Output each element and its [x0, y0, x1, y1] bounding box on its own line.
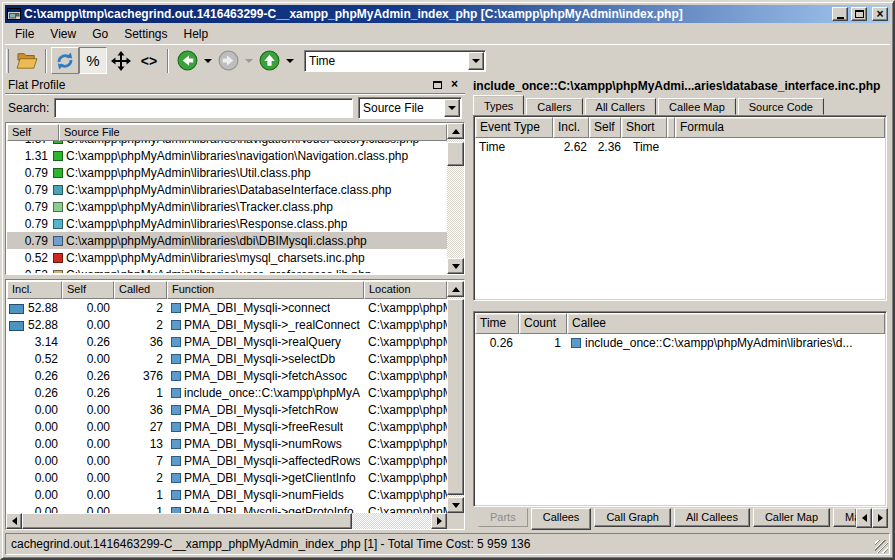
dock-close-button[interactable]: ×: [447, 78, 462, 91]
file-path: C:\xampp\phpMyAdmin\libraries\Response.c…: [66, 217, 347, 231]
function-row[interactable]: 0.000.001PMA_DBI_Mysqli->numFieldsC:\xam…: [7, 486, 447, 503]
column-header-count[interactable]: Count: [519, 313, 567, 334]
dock-layout-button[interactable]: [107, 47, 135, 74]
function-row[interactable]: 0.000.007PMA_DBI_Mysqli->affectedRowsC:\…: [7, 452, 447, 469]
open-file-button[interactable]: [13, 47, 41, 74]
file-self-cost: 1.57: [7, 141, 53, 146]
column-header-self[interactable]: Self: [589, 117, 621, 138]
column-header-short[interactable]: Short: [621, 117, 667, 138]
menu-file[interactable]: File: [7, 25, 42, 43]
tabs-scroll-left-button[interactable]: [856, 508, 872, 528]
function-row[interactable]: 0.000.002PMA_DBI_Mysqli->getClientInfoC:…: [7, 469, 447, 486]
function-self-cost: 0.00: [62, 488, 114, 502]
menu-settings[interactable]: Settings: [116, 25, 175, 43]
scroll-right-button[interactable]: [431, 513, 447, 529]
grouping-combo[interactable]: Source File: [358, 97, 462, 119]
column-header-self[interactable]: Self: [7, 124, 59, 141]
tabs-scroll-right-button[interactable]: [872, 508, 888, 528]
tab-callers[interactable]: Callers: [526, 98, 582, 115]
bottom-tab-caller-map[interactable]: Caller Map: [753, 508, 830, 527]
file-row[interactable]: 0.79C:\xampp\phpMyAdmin\libraries\Databa…: [7, 181, 447, 198]
up-dropdown-caret[interactable]: [283, 47, 296, 74]
column-header-incl[interactable]: Incl.: [7, 281, 62, 299]
column-header-function[interactable]: Function: [167, 281, 364, 299]
column-header-location[interactable]: Location: [364, 281, 447, 299]
panel-splitter[interactable]: [470, 301, 890, 311]
menu-help[interactable]: Help: [176, 25, 217, 43]
scroll-down-button[interactable]: [447, 497, 464, 513]
column-header-called[interactable]: Called: [114, 281, 167, 299]
function-row[interactable]: 52.880.002PMA_DBI_Mysqli->connectC:\xamp…: [7, 299, 447, 316]
tab-callee-map[interactable]: Callee Map: [658, 98, 736, 115]
reload-button[interactable]: [51, 47, 79, 74]
tab-all-callers[interactable]: All Callers: [585, 98, 657, 115]
column-header-callee[interactable]: Callee: [567, 313, 885, 334]
toolbar-handle[interactable]: [6, 49, 9, 73]
bottom-tab-all-callees[interactable]: All Callees: [674, 508, 750, 527]
function-icon: [171, 405, 181, 415]
sidebar-toggle-button[interactable]: <>: [135, 47, 163, 74]
function-row[interactable]: 0.000.0013PMA_DBI_Mysqli->numRowsC:\xamp…: [7, 435, 447, 452]
forward-button[interactable]: [214, 47, 242, 74]
close-button[interactable]: ×: [872, 7, 888, 21]
function-name: PMA_DBI_Mysqli->connect: [184, 301, 330, 315]
scrollbar-thumb[interactable]: [447, 142, 464, 166]
scroll-down-button[interactable]: [447, 258, 464, 274]
column-header-source-file[interactable]: Source File: [59, 124, 447, 141]
column-header-time[interactable]: Time: [475, 313, 519, 334]
up-button[interactable]: [255, 47, 283, 74]
tab-types[interactable]: Types: [473, 95, 524, 115]
function-row[interactable]: 0.000.0027PMA_DBI_Mysqli->freeResultC:\x…: [7, 418, 447, 435]
combo-dropdown-button[interactable]: [444, 99, 460, 117]
column-header-self[interactable]: Self: [62, 281, 114, 299]
column-header-incl[interactable]: Incl.: [553, 117, 589, 138]
minimize-button[interactable]: [832, 7, 848, 21]
function-row[interactable]: 0.520.002PMA_DBI_Mysqli->selectDbC:\xamp…: [7, 350, 447, 367]
percentage-toggle-button[interactable]: %: [79, 47, 107, 74]
files-vertical-scrollbar[interactable]: [447, 123, 464, 274]
file-row[interactable]: 0.79C:\xampp\phpMyAdmin\libraries\Util.c…: [7, 164, 447, 181]
back-dropdown-caret[interactable]: [201, 47, 214, 74]
column-header-event-type[interactable]: Event Type: [475, 117, 553, 138]
scroll-up-button[interactable]: [447, 123, 464, 139]
menu-view[interactable]: View: [42, 25, 84, 43]
function-row[interactable]: 52.880.002PMA_DBI_Mysqli->_realConnectC:…: [7, 316, 447, 333]
file-row[interactable]: 0.79C:\xampp\phpMyAdmin\libraries\Tracke…: [7, 198, 447, 215]
bottom-tab-machine[interactable]: Machine: [833, 508, 856, 527]
search-input[interactable]: [54, 98, 353, 118]
callee-row[interactable]: 0.261include_once::C:\xampp\phpMyAdmin\l…: [475, 334, 885, 352]
functions-vertical-scrollbar[interactable]: [447, 281, 464, 513]
file-row[interactable]: 0.79C:\xampp\phpMyAdmin\libraries\dbi\DB…: [7, 232, 447, 249]
back-button[interactable]: [173, 47, 201, 74]
resize-grip[interactable]: [875, 540, 888, 553]
maximize-button[interactable]: [851, 7, 867, 21]
title-bar[interactable]: C:\xampp\tmp\cachegrind.out.1416463299-C…: [5, 5, 890, 23]
file-row[interactable]: 0.52C:\xampp\phpMyAdmin\libraries\user_p…: [7, 266, 447, 273]
scroll-left-button[interactable]: [6, 513, 22, 529]
functions-horizontal-scrollbar[interactable]: [6, 513, 464, 529]
file-row[interactable]: 0.79C:\xampp\phpMyAdmin\libraries\Respon…: [7, 215, 447, 232]
scrollbar-thumb[interactable]: [447, 299, 464, 495]
file-row[interactable]: 0.52C:\xampp\phpMyAdmin\libraries\mysql_…: [7, 249, 447, 266]
menu-go[interactable]: Go: [84, 25, 116, 43]
forward-dropdown-caret[interactable]: [242, 47, 255, 74]
scrollbar-thumb[interactable]: [22, 513, 352, 529]
function-row[interactable]: 0.260.26376PMA_DBI_Mysqli->fetchAssocC:\…: [7, 367, 447, 384]
file-row[interactable]: 1.31C:\xampp\phpMyAdmin\libraries\naviga…: [7, 147, 447, 164]
scroll-up-button[interactable]: [447, 281, 464, 297]
event-type-row[interactable]: Time2.622.36Time: [475, 138, 885, 155]
function-location: C:\xampp\phpMy...: [364, 454, 447, 468]
function-row[interactable]: 0.000.0036PMA_DBI_Mysqli->fetchRowC:\xam…: [7, 401, 447, 418]
function-row[interactable]: 0.260.261include_once::C:\xampp\phpMyAd.…: [7, 384, 447, 401]
dock-title-bar[interactable]: Flat Profile ×: [5, 76, 465, 94]
event-type-combo[interactable]: Time: [304, 50, 486, 72]
function-row[interactable]: 0.000.001PMA_DBI_Mysqli->getProtoInfoC:\…: [7, 503, 447, 513]
combo-dropdown-button[interactable]: [468, 52, 484, 70]
tab-source-code[interactable]: Source Code: [738, 98, 824, 115]
function-row[interactable]: 3.140.2636PMA_DBI_Mysqli->realQueryC:\xa…: [7, 333, 447, 350]
bottom-tab-call-graph[interactable]: Call Graph: [594, 508, 671, 527]
function-name-cell: include_once::C:\xampp\phpMyAd...: [167, 386, 364, 400]
bottom-tab-callees[interactable]: Callees: [531, 508, 592, 530]
column-header-formula[interactable]: Formula: [675, 117, 885, 138]
dock-float-button[interactable]: [430, 78, 445, 91]
